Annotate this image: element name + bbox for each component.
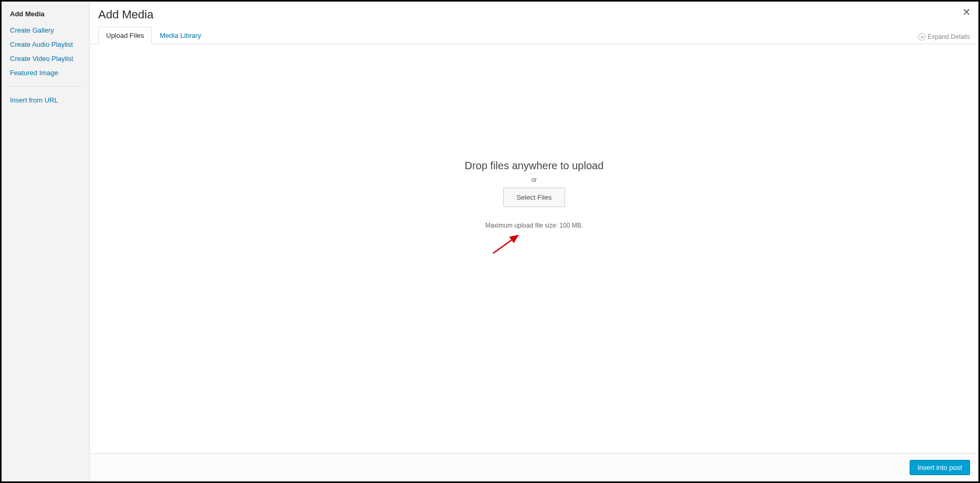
upload-area[interactable]: Drop files anywhere to upload or Select …	[90, 44, 978, 453]
sidebar-item-featured-image[interactable]: Featured Image	[10, 66, 81, 80]
svg-line-1	[493, 235, 518, 253]
page-title: Add Media	[98, 8, 970, 22]
sidebar-item-create-gallery[interactable]: Create Gallery	[10, 23, 81, 37]
sidebar-item-create-video-playlist[interactable]: Create Video Playlist	[10, 52, 81, 66]
drop-text: Drop files anywhere to upload	[465, 160, 604, 172]
tabs: Upload Files Media Library	[98, 27, 209, 44]
close-icon: ✕	[962, 6, 971, 18]
sidebar-title: Add Media	[10, 10, 81, 18]
tabs-row: Upload Files Media Library ◄ Expand Deta…	[90, 27, 978, 44]
annotation-arrow-icon	[489, 231, 526, 258]
sidebar: Add Media Create Gallery Create Audio Pl…	[2, 2, 90, 481]
max-upload-text: Maximum upload file size: 100 MB.	[485, 222, 583, 229]
close-button[interactable]: ✕	[962, 7, 971, 17]
sidebar-separator	[10, 86, 81, 87]
select-files-button[interactable]: Select Files	[503, 188, 565, 207]
main-panel: Add Media ✕ Upload Files Media Library ◄…	[90, 2, 978, 481]
sidebar-item-create-audio-playlist[interactable]: Create Audio Playlist	[10, 37, 81, 52]
or-text: or	[531, 176, 537, 183]
add-media-modal: Add Media Create Gallery Create Audio Pl…	[0, 0, 980, 483]
expand-left-icon: ◄	[918, 33, 925, 40]
main-header: Add Media ✕	[90, 2, 978, 27]
tab-upload-files[interactable]: Upload Files	[98, 27, 152, 44]
tab-media-library[interactable]: Media Library	[152, 27, 209, 44]
modal-footer: Insert into post	[90, 453, 978, 481]
expand-details-label: Expand Details	[927, 33, 970, 40]
insert-into-post-button[interactable]: Insert into post	[910, 460, 970, 475]
expand-details-toggle[interactable]: ◄ Expand Details	[918, 33, 970, 44]
sidebar-item-insert-from-url[interactable]: Insert from URL	[10, 93, 81, 107]
